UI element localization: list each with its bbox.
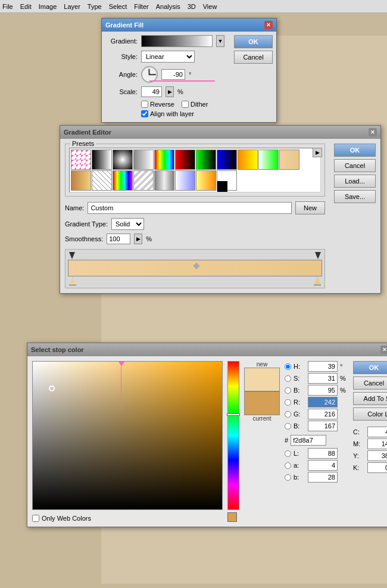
preset-swatch-2[interactable] [92, 150, 112, 170]
preset-swatch-16[interactable] [154, 170, 174, 191]
preset-swatch-7[interactable] [196, 150, 216, 170]
preset-swatch-12[interactable] [71, 170, 91, 191]
menu-view[interactable]: View [203, 3, 217, 10]
k-input[interactable]: 0 [367, 462, 387, 473]
menu-layer[interactable]: Layer [64, 3, 80, 10]
r-radio[interactable] [285, 399, 291, 406]
c-field-row: C: 4 % [353, 427, 387, 437]
stop-color-cancel-button[interactable]: Cancel [353, 377, 387, 390]
gradient-midpoint-diamond[interactable] [193, 263, 199, 269]
menu-edit[interactable]: Edit [20, 3, 32, 10]
preset-swatch-6[interactable] [175, 150, 195, 170]
preset-swatch-4[interactable] [133, 150, 154, 170]
menu-file[interactable]: File [2, 3, 13, 10]
color-libraries-button[interactable]: Color Libraries [353, 407, 387, 421]
gradient-editor-load-button[interactable]: Load... [334, 175, 376, 188]
preset-swatch-bw[interactable] [217, 170, 237, 191]
only-web-colors-checkbox[interactable] [32, 515, 39, 522]
l-input[interactable]: 88 [308, 448, 338, 459]
angle-input[interactable] [161, 69, 185, 80]
gradient-fill-ok-button[interactable]: OK [234, 35, 273, 48]
menu-3d[interactable]: 3D [188, 3, 196, 10]
color-samples-section: new current [244, 361, 280, 522]
color-stop-right[interactable] [314, 277, 321, 285]
a-radio[interactable] [285, 462, 291, 469]
gradient-editor-save-button[interactable]: Save... [334, 190, 376, 203]
smoothness-input[interactable] [107, 234, 130, 244]
gradient-fill-close-button[interactable]: ✕ [264, 21, 273, 29]
style-select[interactable]: Linear Radial Angle Reflected Diamond [141, 51, 195, 63]
h-input[interactable]: 39 [308, 361, 338, 372]
g-input[interactable]: 216 [308, 409, 338, 419]
menu-image[interactable]: Image [39, 3, 57, 10]
opacity-stop-right[interactable] [315, 252, 321, 259]
gradient-editor-dialog: Gradient Editor ✕ OK Cancel Load... Save… [60, 125, 381, 294]
s-input[interactable]: 31 [308, 373, 338, 384]
s-radio[interactable] [285, 375, 291, 382]
hex-input[interactable]: f2d8a7 [291, 435, 326, 446]
b-radio[interactable] [285, 387, 291, 394]
gradient-dropdown-btn[interactable]: ▼ [216, 35, 224, 47]
preset-swatch-9[interactable] [238, 150, 258, 170]
a-input[interactable]: 4 [308, 460, 338, 471]
menu-select[interactable]: Select [109, 3, 127, 10]
align-checkbox-label[interactable]: Align with layer [141, 110, 194, 117]
opacity-stop-left[interactable] [69, 252, 75, 259]
preset-swatch-10[interactable] [258, 150, 279, 170]
reverse-checkbox-label[interactable]: Reverse [141, 101, 174, 108]
smoothness-stepper[interactable]: ▶ [134, 234, 142, 244]
r-input[interactable]: 242 [308, 397, 338, 407]
dither-checkbox-label[interactable]: Dither [182, 101, 208, 108]
h-radio[interactable] [285, 363, 291, 370]
color-stop-left[interactable] [69, 277, 76, 285]
preset-swatch-15[interactable] [133, 170, 154, 191]
b3-radio[interactable] [285, 474, 291, 481]
g-radio[interactable] [285, 411, 291, 418]
dither-checkbox[interactable] [182, 101, 189, 108]
b2-input[interactable]: 167 [308, 421, 338, 431]
preset-swatch-1[interactable] [71, 150, 91, 170]
preset-swatch-11[interactable] [279, 150, 299, 170]
align-checkbox[interactable] [141, 110, 148, 117]
new-button[interactable]: New [295, 201, 325, 214]
gradient-editor-ok-button[interactable]: OK [334, 144, 376, 157]
preset-swatch-17[interactable] [175, 170, 195, 191]
b2-radio[interactable] [285, 423, 291, 430]
stop-color-ok-button[interactable]: OK [353, 361, 387, 374]
scale-stepper[interactable]: ▶ [166, 86, 174, 97]
color-gradient-box[interactable] [32, 361, 223, 510]
y-input[interactable]: 38 [367, 450, 387, 461]
m-input[interactable]: 14 [367, 438, 387, 449]
menu-type[interactable]: Type [88, 3, 102, 10]
add-to-swatches-button[interactable]: Add To Swatches [353, 392, 387, 405]
scale-input[interactable] [141, 86, 162, 97]
name-input[interactable]: Custom [88, 202, 292, 214]
presets-grid[interactable] [69, 148, 321, 192]
menu-filter[interactable]: Filter [134, 3, 148, 10]
preset-swatch-5[interactable] [154, 150, 174, 170]
gradient-type-label: Gradient Type: [65, 220, 108, 228]
opacity-indicator[interactable] [227, 512, 237, 522]
gradient-fill-cancel-button[interactable]: Cancel [234, 51, 273, 64]
b-input[interactable]: 95 [308, 385, 338, 396]
hue-strip[interactable] [227, 361, 239, 510]
preset-swatch-14[interactable] [113, 170, 133, 191]
preset-swatch-3[interactable] [113, 150, 133, 170]
l-radio[interactable] [285, 450, 291, 457]
c-input[interactable]: 4 [367, 427, 387, 437]
reverse-checkbox[interactable] [141, 101, 148, 108]
menu-analysis[interactable]: Analysis [156, 3, 180, 10]
preset-expand-btn[interactable]: ▶ [313, 148, 322, 157]
preset-swatch-8[interactable] [217, 150, 237, 170]
b3-input[interactable]: 28 [308, 472, 338, 483]
gradient-editor-close-button[interactable]: ✕ [369, 128, 377, 136]
stop-color-close-button[interactable]: ✕ [380, 346, 387, 354]
preset-swatch-18[interactable] [196, 170, 216, 191]
gradient-type-select[interactable]: Solid Noise [111, 218, 144, 230]
gradient-colored-bar[interactable] [68, 260, 322, 276]
gradient-preview[interactable] [141, 35, 213, 47]
hex-field-row: # f2d8a7 [285, 435, 348, 446]
preset-swatch-13[interactable] [92, 170, 112, 191]
gradient-editor-title-bar: Gradient Editor ✕ [60, 126, 380, 139]
gradient-editor-cancel-button[interactable]: Cancel [334, 159, 376, 172]
